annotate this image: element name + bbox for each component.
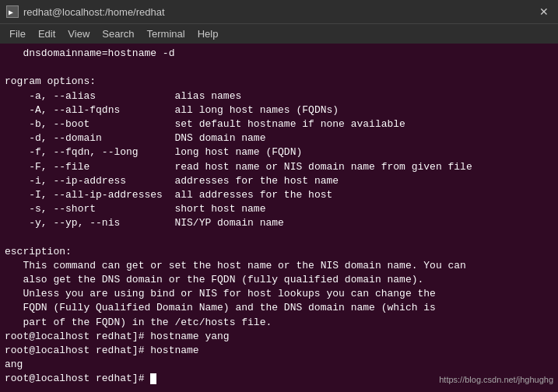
menu-help[interactable]: Help (191, 26, 225, 41)
close-button[interactable]: ✕ (536, 4, 552, 19)
watermark: https://blog.csdn.net/jhghughg (439, 375, 553, 384)
menu-terminal[interactable]: Terminal (141, 26, 191, 41)
title-bar: ▶ redhat@localhost:/home/redhat ✕ (0, 0, 558, 23)
terminal-output[interactable]: dnsdomainname=hostname -d rogram options… (0, 44, 558, 392)
menu-file[interactable]: File (3, 26, 32, 41)
window-title: redhat@localhost:/home/redhat (23, 6, 165, 18)
menu-view[interactable]: View (61, 26, 96, 41)
menu-bar: File Edit View Search Terminal Help (0, 23, 558, 44)
menu-edit[interactable]: Edit (32, 26, 61, 41)
terminal-window: ▶ redhat@localhost:/home/redhat ✕ File E… (0, 0, 558, 392)
cursor (150, 373, 156, 384)
menu-search[interactable]: Search (96, 26, 140, 41)
svg-text:▶: ▶ (9, 9, 13, 16)
title-bar-left: ▶ redhat@localhost:/home/redhat (6, 5, 165, 18)
terminal-icon: ▶ (6, 5, 19, 18)
terminal-text: dnsdomainname=hostname -d rogram options… (5, 47, 553, 387)
